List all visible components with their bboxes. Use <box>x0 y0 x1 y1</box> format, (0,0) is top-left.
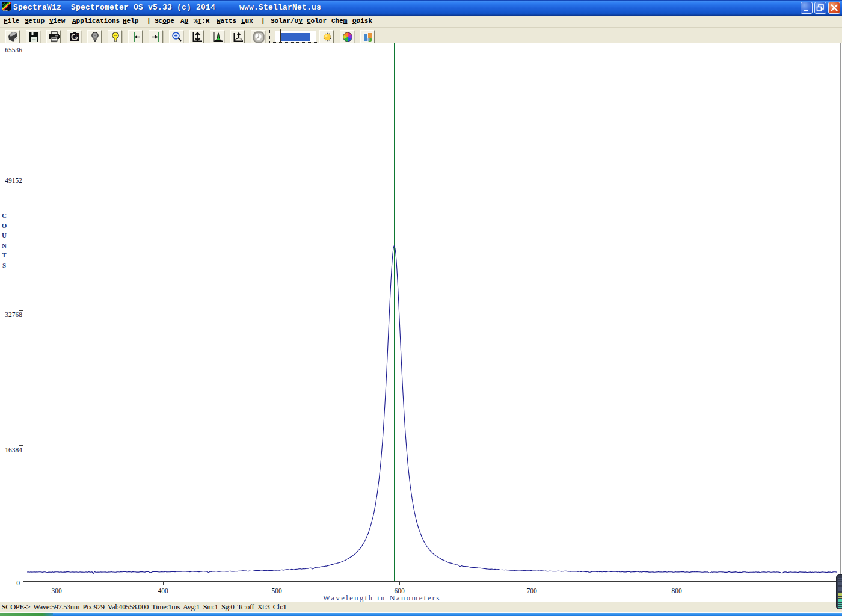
svg-text:O: O <box>2 222 7 229</box>
svg-text:C: C <box>2 212 7 219</box>
svg-text:65536: 65536 <box>5 46 22 54</box>
svg-text:U: U <box>2 232 7 239</box>
svg-text:500: 500 <box>271 587 282 594</box>
svg-text:49152: 49152 <box>5 177 22 184</box>
svg-text:400: 400 <box>158 587 168 594</box>
svg-text:16384: 16384 <box>5 446 22 454</box>
svg-text:T: T <box>2 251 7 259</box>
svg-text:32768: 32768 <box>5 311 22 318</box>
svg-text:0: 0 <box>16 579 20 587</box>
svg-text:Wavelength in Nanometers: Wavelength in Nanometers <box>323 594 441 602</box>
svg-text:800: 800 <box>671 587 682 594</box>
svg-text:S: S <box>2 262 6 269</box>
svg-text:SPECTRA: SPECTRA <box>2 9 11 12</box>
svg-text:N: N <box>2 242 7 249</box>
svg-text:300: 300 <box>51 587 62 594</box>
svg-text:700: 700 <box>526 587 537 594</box>
